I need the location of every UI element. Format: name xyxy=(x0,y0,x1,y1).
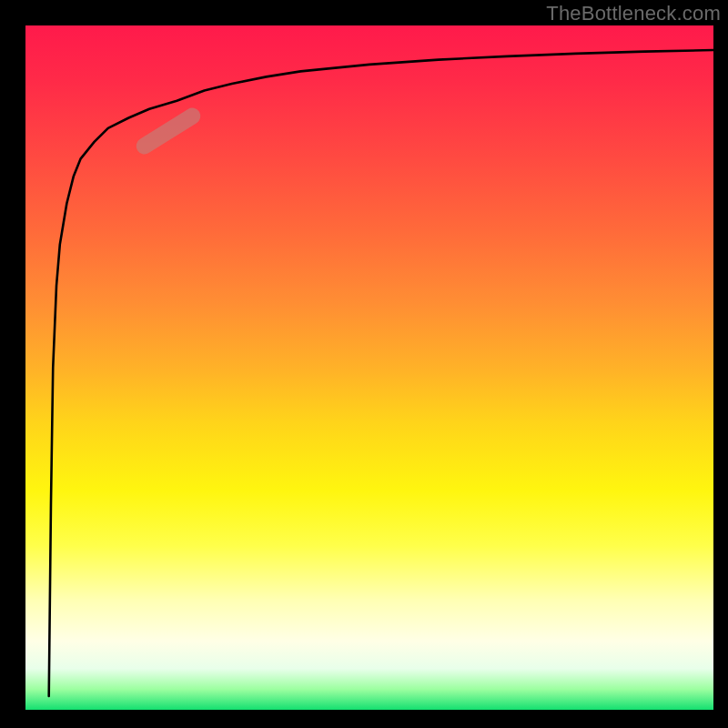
chart-gradient-background xyxy=(25,25,713,710)
watermark-text: TheBottleneck.com xyxy=(546,2,721,25)
